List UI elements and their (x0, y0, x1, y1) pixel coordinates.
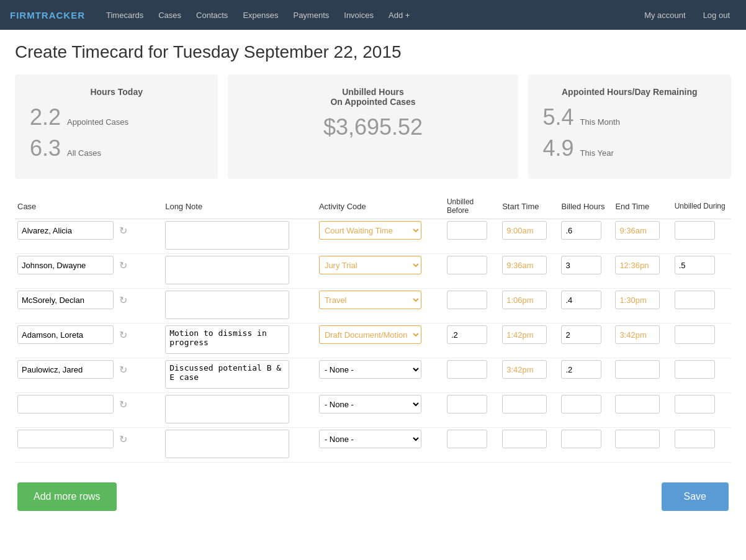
end-time-input-2[interactable] (615, 291, 660, 309)
nav-invoices[interactable]: Invoices (338, 7, 380, 24)
start-time-input-1[interactable] (502, 256, 547, 274)
billed-hours-cell-4 (559, 358, 613, 393)
note-cell-0 (163, 219, 317, 254)
unbilled-during-input-6[interactable] (675, 430, 715, 448)
case-input-1[interactable] (17, 256, 114, 274)
save-button[interactable]: Save (662, 482, 729, 511)
unbilled-before-input-5[interactable] (447, 395, 487, 413)
refresh-icon-2[interactable]: ↻ (115, 292, 131, 308)
case-input-4[interactable] (17, 360, 114, 379)
nav-add[interactable]: Add + (382, 7, 416, 24)
unbilled-before-input-3[interactable] (447, 325, 487, 344)
refresh-icon-4[interactable]: ↻ (115, 361, 131, 377)
nav-contacts[interactable]: Contacts (190, 7, 234, 24)
nav-expenses[interactable]: Expenses (236, 7, 284, 24)
unbilled-during-input-5[interactable] (675, 395, 715, 413)
table-row: ↻ Travel (15, 289, 731, 323)
end-time-input-1[interactable] (615, 256, 660, 274)
start-time-input-6[interactable] (502, 430, 547, 448)
activity-select-4[interactable]: - None - (319, 360, 421, 379)
activity-select-5[interactable]: - None - (319, 395, 421, 413)
note-input-1[interactable] (165, 256, 289, 284)
stat-appointed-cases-label: Appointed Cases (67, 117, 128, 127)
note-input-6[interactable] (165, 430, 289, 458)
stat-this-month-value: 5.4 (543, 104, 574, 130)
note-input-2[interactable] (165, 291, 289, 319)
note-cell-3: Motion to dismiss in progress (163, 323, 317, 358)
nav-timecards[interactable]: Timecards (100, 7, 150, 24)
unbilled-before-cell-2 (444, 289, 500, 323)
billed-hours-cell-2 (559, 289, 613, 323)
stat-unbilled: Unbilled Hours On Appointed Cases $3,695… (228, 75, 518, 179)
end-time-input-0[interactable] (615, 221, 660, 240)
billed-hours-input-1[interactable] (561, 256, 601, 274)
start-time-input-4[interactable] (502, 360, 547, 379)
unbilled-before-input-0[interactable] (447, 221, 487, 240)
unbilled-before-input-4[interactable] (447, 360, 487, 379)
start-time-input-0[interactable] (502, 221, 547, 240)
refresh-icon-3[interactable]: ↻ (115, 327, 131, 343)
case-input-0[interactable] (17, 221, 114, 240)
note-input-0[interactable] (165, 221, 289, 250)
stat-this-month-label: This Month (580, 117, 620, 127)
unbilled-before-input-2[interactable] (447, 291, 487, 309)
billed-hours-cell-6 (559, 428, 613, 463)
end-time-input-4[interactable] (615, 360, 660, 379)
unbilled-during-cell-2 (672, 289, 731, 323)
unbilled-during-input-1[interactable] (675, 256, 715, 274)
start-time-input-5[interactable] (502, 395, 547, 413)
billed-hours-input-2[interactable] (561, 291, 601, 309)
billed-hours-cell-0 (559, 219, 613, 254)
nav-payments[interactable]: Payments (287, 7, 335, 24)
end-time-input-6[interactable] (615, 430, 660, 448)
end-time-cell-4 (613, 358, 672, 393)
billed-hours-input-4[interactable] (561, 360, 601, 379)
refresh-icon-0[interactable]: ↻ (115, 222, 131, 238)
billed-hours-input-0[interactable] (561, 221, 601, 240)
case-input-3[interactable] (17, 325, 114, 344)
activity-select-0[interactable]: Court Waiting Time (319, 221, 421, 240)
unbilled-before-input-6[interactable] (447, 430, 487, 448)
unbilled-before-cell-4 (444, 358, 500, 393)
case-cell-6: ↻ (15, 428, 163, 463)
end-time-input-5[interactable] (615, 395, 660, 413)
case-input-6[interactable] (17, 430, 114, 448)
end-time-input-3[interactable] (615, 325, 660, 344)
unbilled-during-input-2[interactable] (675, 291, 715, 309)
nav-cases[interactable]: Cases (152, 7, 187, 24)
refresh-icon-1[interactable]: ↻ (115, 257, 131, 273)
add-more-rows-button[interactable]: Add more rows (17, 482, 117, 511)
navbar: FIRMTRACKER Timecards Cases Contacts Exp… (0, 0, 746, 30)
activity-select-3[interactable]: Draft Document/Motion (319, 325, 421, 344)
case-cell-0: ↻ (15, 219, 163, 254)
billed-hours-cell-3 (559, 323, 613, 358)
refresh-icon-5[interactable]: ↻ (115, 396, 131, 412)
refresh-icon-6[interactable]: ↻ (115, 431, 131, 447)
note-input-5[interactable] (165, 395, 289, 423)
activity-select-6[interactable]: - None - (319, 430, 421, 448)
nav-my-account[interactable]: My account (638, 7, 691, 24)
unbilled-during-input-0[interactable] (675, 221, 715, 240)
note-input-3[interactable]: Motion to dismiss in progress (165, 325, 289, 354)
stat-unbilled-amount: $3,695.52 (243, 114, 503, 140)
case-input-5[interactable] (17, 395, 114, 413)
activity-select-1[interactable]: Jury Trial (319, 256, 421, 274)
start-time-input-3[interactable] (502, 325, 547, 344)
case-input-2[interactable] (17, 291, 114, 309)
activity-cell-0: Court Waiting Time (317, 219, 444, 254)
billed-hours-input-5[interactable] (561, 395, 601, 413)
start-time-cell-1 (500, 254, 559, 289)
unbilled-during-input-4[interactable] (675, 360, 715, 379)
start-time-input-2[interactable] (502, 291, 547, 309)
col-header-note: Long Note (163, 194, 317, 219)
billed-hours-input-3[interactable] (561, 325, 601, 344)
stat-appointed-hours-title: Appointed Hours/Day Remaining (543, 87, 716, 97)
note-input-4[interactable]: Discussed potential B & E case (165, 360, 289, 389)
unbilled-before-input-1[interactable] (447, 256, 487, 274)
end-time-cell-1 (613, 254, 672, 289)
nav-log-out[interactable]: Log out (697, 7, 736, 24)
unbilled-during-input-3[interactable] (675, 325, 715, 344)
activity-select-2[interactable]: Travel (319, 291, 421, 309)
billed-hours-input-6[interactable] (561, 430, 601, 448)
stat-all-cases-label: All Cases (67, 148, 101, 158)
